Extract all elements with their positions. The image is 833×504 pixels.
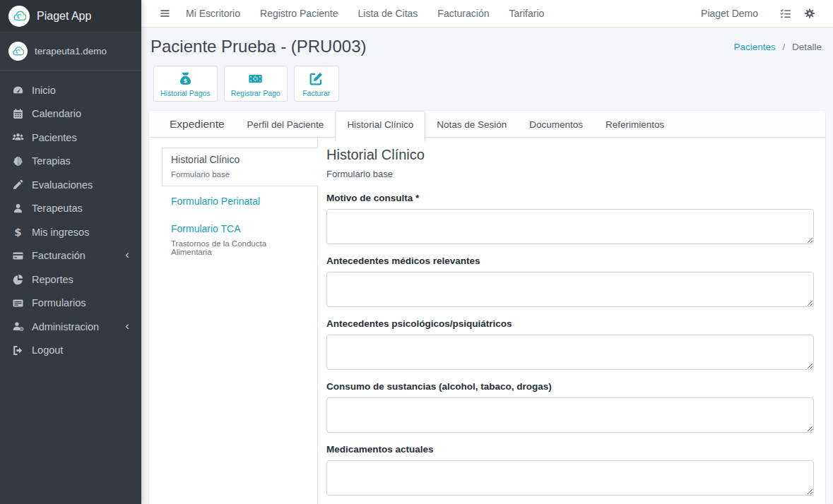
- antecedentes-medicos-textarea[interactable]: [326, 272, 814, 307]
- breadcrumb-current: Detalle: [792, 42, 822, 52]
- sidebar-item-label: Pacientes: [32, 132, 77, 143]
- form-field: Consumo de sustancias (alcohol, tabaco, …: [326, 381, 814, 433]
- tab-bar: Expediente Perfil del Paciente Historial…: [149, 111, 825, 138]
- tab-perfil-del-paciente[interactable]: Perfil del Paciente: [236, 111, 336, 137]
- sidebar-item-terapeutas[interactable]: Terapeutas: [0, 197, 141, 221]
- user-name: terapeuta1.demo: [35, 46, 107, 56]
- breadcrumb-pacientes-link[interactable]: Pacientes: [733, 42, 775, 52]
- form-title: Historial Clínico: [326, 147, 814, 163]
- tab-content: Historial Clínico Formulario base Formul…: [149, 138, 825, 504]
- sidebar-item-label: Logout: [32, 344, 63, 356]
- breadcrumb: Pacientes / Detalle: [733, 42, 822, 56]
- cloud-icon: [12, 45, 24, 57]
- subnav-item-formulario-tca[interactable]: Formulario TCA Trastornos de la Conducta…: [149, 214, 317, 263]
- subnav-item-formulario-perinatal[interactable]: Formulario Perinatal: [149, 186, 317, 214]
- tab-historial-clinico[interactable]: Historial Clínico: [335, 111, 425, 142]
- navbar-link-tarifario[interactable]: Tarifario: [500, 8, 555, 19]
- motivo-de-consulta-textarea[interactable]: [326, 209, 814, 244]
- field-label: Consumo de sustancias (alcohol, tabaco, …: [326, 381, 814, 392]
- hamburger-icon[interactable]: [154, 6, 176, 21]
- form-subnav: Historial Clínico Formulario base Formul…: [149, 138, 318, 504]
- sidebar-item-administracion[interactable]: Administracion ‹: [0, 315, 141, 339]
- sidebar-item-logout[interactable]: Logout: [0, 339, 141, 363]
- subnav-subtitle: Formulario base: [171, 170, 309, 179]
- sidebar-item-calendario[interactable]: Calendario: [0, 102, 141, 126]
- navbar-link-lista-de-citas[interactable]: Lista de Citas: [348, 8, 428, 19]
- main-area: Mi Escritorio Registro Paciente Lista de…: [141, 0, 833, 504]
- sidebar-item-formularios[interactable]: Formularios: [0, 292, 141, 316]
- svg-text:$: $: [14, 226, 21, 238]
- form-subtitle: Formulario base: [326, 169, 814, 179]
- sidebar-item-terapias[interactable]: Terapias: [0, 150, 141, 174]
- brand-name: Piaget App: [37, 10, 91, 23]
- sidebar-item-label: Terapeutas: [32, 203, 83, 214]
- sidebar-item-mis-ingresos[interactable]: $ Mis ingresos: [0, 220, 141, 244]
- clinical-form: Historial Clínico Formulario base Motivo…: [318, 138, 825, 504]
- user-panel[interactable]: terapeuta1.demo: [0, 32, 141, 71]
- page-title: Paciente Prueba - (PRU003): [150, 37, 366, 56]
- credit-card-icon: [12, 250, 24, 262]
- sidebar-item-reportes[interactable]: Reportes: [0, 268, 141, 292]
- dashboard-icon: [12, 84, 24, 96]
- tab-documentos[interactable]: Documentos: [518, 111, 594, 137]
- app-viewport: Piaget App terapeuta1.demo: [0, 0, 833, 504]
- sidebar-item-pacientes[interactable]: Pacientes: [0, 126, 141, 150]
- subnav-title: Historial Clínico: [171, 154, 309, 165]
- navbar-user-label[interactable]: Piaget Demo: [701, 8, 758, 19]
- action-label: Facturar: [302, 89, 330, 97]
- consumo-de-sustancias-textarea[interactable]: [326, 397, 814, 433]
- navbar-link-facturacion[interactable]: Facturación: [427, 8, 499, 19]
- sidebar-item-label: Reportes: [32, 274, 73, 285]
- form-field: Motivo de consulta *: [326, 193, 814, 244]
- patient-card: Expediente Perfil del Paciente Historial…: [149, 111, 825, 504]
- user-avatar: [8, 42, 28, 61]
- chevron-left-icon: ‹: [125, 320, 129, 332]
- field-label: Antecedentes médicos relevantes: [326, 256, 814, 266]
- sidebar-item-facturacion[interactable]: Facturación ‹: [0, 244, 141, 268]
- facturar-button[interactable]: Facturar: [294, 66, 339, 102]
- tab-notas-de-sesion[interactable]: Notas de Sesión: [425, 111, 518, 137]
- user-icon: [12, 203, 24, 215]
- registrar-pago-button[interactable]: Registrar Pago: [224, 66, 288, 102]
- antecedentes-psicologicos-textarea[interactable]: [326, 335, 814, 370]
- field-label: Motivo de consulta *: [326, 193, 814, 203]
- brand-logo: [8, 6, 30, 27]
- subnav-subtitle: Trastornos de la Conducta Alimentaria: [171, 239, 309, 256]
- action-label: Historial Pagos: [160, 89, 211, 97]
- field-label: Antecedentes psicológicos/psiquiátricos: [326, 318, 814, 329]
- page-header: Paciente Prueba - (PRU003) Pacientes / D…: [149, 28, 825, 58]
- user-cog-icon: [12, 320, 24, 332]
- tasks-icon[interactable]: [774, 5, 798, 22]
- sidebar: Piaget App terapeuta1.demo: [0, 0, 141, 504]
- subnav-item-historial-clinico[interactable]: Historial Clínico Formulario base: [162, 148, 318, 186]
- sidebar-item-inicio[interactable]: Inicio: [0, 78, 141, 102]
- medicamentos-actuales-textarea[interactable]: [326, 460, 814, 496]
- subnav-link[interactable]: Formulario TCA: [171, 223, 309, 234]
- sidebar-item-label: Calendario: [32, 108, 81, 119]
- dollar-icon: $: [12, 226, 24, 238]
- historial-pagos-button[interactable]: $ Historial Pagos: [153, 66, 218, 102]
- navbar-right: Piaget Demo: [701, 5, 822, 22]
- navbar-link-mi-escritorio[interactable]: Mi Escritorio: [176, 8, 250, 19]
- cloud-icon: [13, 9, 26, 23]
- logout-icon: [12, 344, 24, 356]
- chevron-left-icon: ‹: [125, 249, 129, 261]
- breadcrumb-separator: /: [782, 42, 785, 52]
- calendar-icon: [12, 108, 24, 120]
- edit-square-icon: [309, 71, 324, 86]
- tab-expediente[interactable]: Expediente: [158, 111, 236, 137]
- users-icon: [12, 131, 24, 143]
- tab-referimientos[interactable]: Referimientos: [594, 111, 675, 137]
- brand[interactable]: Piaget App: [0, 0, 141, 32]
- content-wrapper: Paciente Prueba - (PRU003) Pacientes / D…: [141, 28, 833, 504]
- svg-text:$: $: [184, 78, 187, 84]
- gear-icon[interactable]: [798, 5, 822, 22]
- subnav-link[interactable]: Formulario Perinatal: [171, 196, 309, 207]
- sidebar-item-label: Mis ingresos: [32, 227, 89, 238]
- sidebar-item-label: Evaluaciones: [32, 179, 93, 191]
- action-label: Registrar Pago: [231, 89, 280, 97]
- sidebar-item-evaluaciones[interactable]: Evaluaciones: [0, 173, 141, 197]
- sidebar-item-label: Inicio: [32, 85, 56, 96]
- navbar-link-registro-paciente[interactable]: Registro Paciente: [250, 8, 348, 19]
- form-card-icon: [12, 297, 24, 309]
